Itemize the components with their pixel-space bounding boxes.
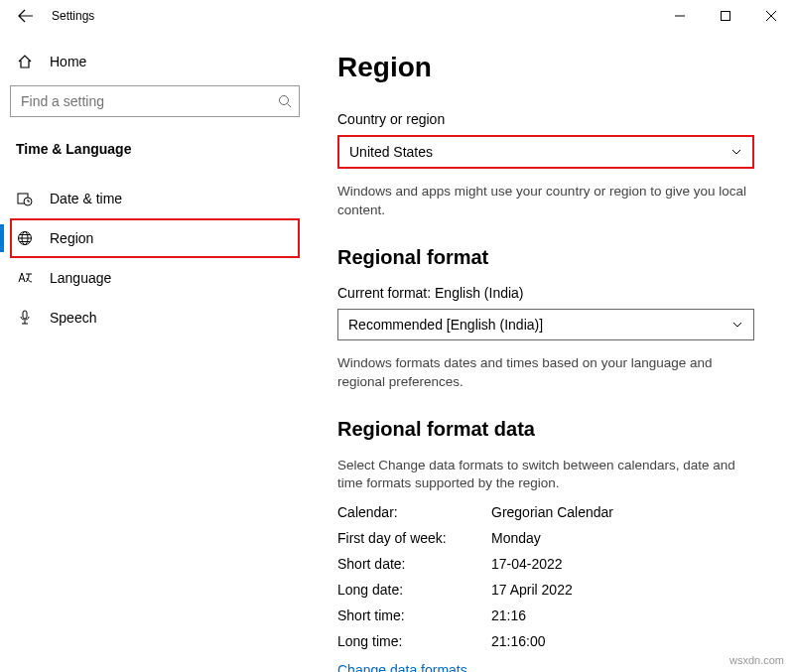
section-title: Time & Language: [10, 135, 300, 179]
minimize-icon: [675, 11, 685, 21]
window-controls: [657, 0, 794, 32]
page-heading: Region: [337, 52, 766, 83]
minimize-button[interactable]: [657, 0, 703, 32]
sidebar-item-label: Speech: [50, 310, 96, 326]
window-title: Settings: [44, 9, 94, 23]
sidebar-item-label: Date & time: [50, 191, 122, 206]
watermark: wsxdn.com: [729, 654, 784, 666]
table-row: Long time:21:16:00: [337, 628, 754, 654]
maximize-icon: [721, 11, 730, 21]
chevron-down-icon: [731, 319, 743, 331]
table-row: First day of week:Monday: [337, 525, 754, 551]
sidebar-item-label: Region: [50, 230, 93, 246]
table-row: Calendar:Gregorian Calendar: [337, 499, 754, 525]
maximize-button[interactable]: [703, 0, 748, 32]
current-format-label: Current format: English (India): [337, 285, 766, 301]
sidebar-item-label: Language: [50, 270, 111, 286]
close-icon: [766, 11, 776, 21]
format-data-desc: Select Change data formats to switch bet…: [337, 457, 754, 494]
country-label: Country or region: [337, 111, 766, 127]
svg-rect-6: [23, 311, 27, 319]
sidebar-item-date-time[interactable]: Date & time: [10, 179, 300, 218]
country-dropdown[interactable]: United States: [337, 135, 754, 169]
format-dropdown[interactable]: Recommended [English (India)]: [337, 309, 754, 340]
format-desc: Windows formats dates and times based on…: [337, 354, 754, 392]
svg-rect-0: [722, 12, 730, 21]
calendar-clock-icon: [16, 191, 34, 206]
country-desc: Windows and apps might use your country …: [337, 183, 754, 220]
sidebar-item-region[interactable]: Region: [10, 218, 300, 258]
back-button[interactable]: [8, 0, 44, 32]
close-button[interactable]: [748, 0, 794, 32]
change-data-formats-link[interactable]: Change data formats: [337, 662, 467, 672]
format-data-heading: Regional format data: [337, 418, 766, 441]
titlebar: Settings: [0, 0, 794, 32]
chevron-down-icon: [730, 146, 742, 158]
sidebar-item-speech[interactable]: Speech: [10, 298, 300, 337]
format-data-table: Calendar:Gregorian Calendar First day of…: [337, 499, 754, 654]
regional-format-heading: Regional format: [337, 246, 766, 269]
table-row: Short time:21:16: [337, 603, 754, 628]
back-arrow-icon: [18, 8, 34, 24]
search-input[interactable]: [10, 85, 300, 117]
language-icon: [16, 270, 34, 286]
format-value: Recommended [English (India)]: [348, 317, 543, 333]
sidebar: Home Time & Language Date & time Region …: [0, 32, 310, 672]
table-row: Short date:17-04-2022: [337, 551, 754, 577]
country-value: United States: [349, 144, 433, 160]
home-label: Home: [50, 54, 86, 69]
globe-icon: [16, 230, 34, 246]
home-icon: [16, 54, 34, 69]
main-content: Region Country or region United States W…: [310, 32, 794, 672]
search-box[interactable]: [10, 85, 300, 117]
sidebar-item-language[interactable]: Language: [10, 258, 300, 298]
microphone-icon: [16, 310, 34, 326]
selection-indicator: [0, 224, 4, 252]
home-nav[interactable]: Home: [10, 44, 300, 85]
table-row: Long date:17 April 2022: [337, 577, 754, 603]
